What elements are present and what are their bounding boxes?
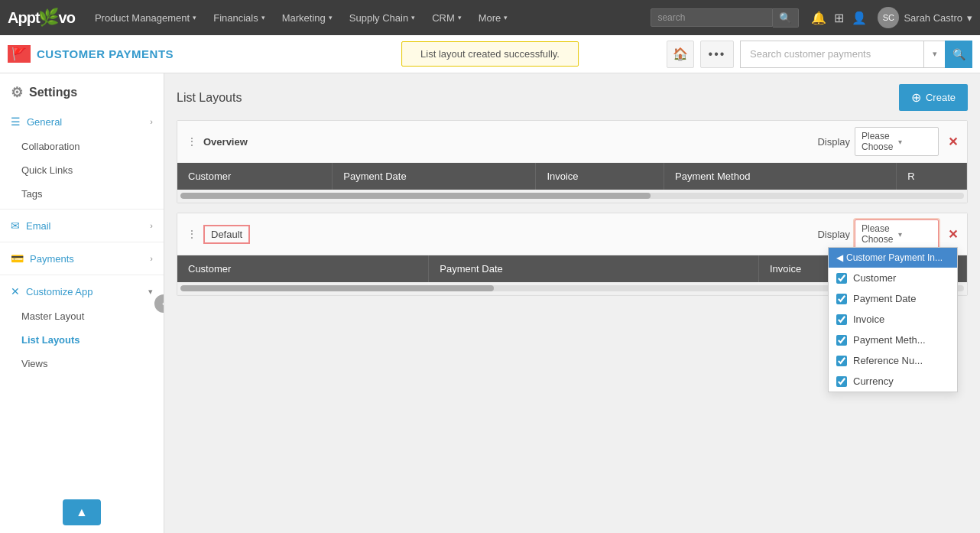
label-invoice: Invoice	[853, 314, 884, 325]
sidebar-item-email[interactable]: ✉ Email ›	[0, 213, 164, 239]
default-col-customer: Customer	[177, 255, 429, 282]
sidebar-item-quicklinks[interactable]: Quick Links	[0, 158, 164, 182]
caret-icon: ▾	[411, 14, 415, 21]
default-display-value: Please Choose	[862, 223, 895, 245]
dropdown-item-invoice[interactable]: Invoice	[829, 309, 957, 330]
overview-col-payment-date: Payment Date	[333, 163, 536, 190]
sidebar-item-customize-app[interactable]: ✕ Customize App ▾	[0, 278, 164, 304]
sidebar-item-views[interactable]: Views	[0, 352, 164, 375]
create-button[interactable]: ⊕ Create	[899, 84, 968, 111]
default-display-dropdown[interactable]: Please Choose ▾	[855, 219, 939, 249]
nav-product-management[interactable]: Product Management ▾	[87, 8, 204, 28]
checkbox-reference[interactable]	[836, 356, 847, 366]
dropdown-item-payment-method[interactable]: Payment Meth...	[829, 330, 957, 350]
main-layout: ⚙ Settings ☰ General › Collaboration Qui…	[0, 73, 980, 533]
plus-icon: ⊕	[911, 90, 921, 105]
sidebar-item-list-layouts[interactable]: List Layouts	[0, 328, 164, 352]
logo-text: Appt	[8, 9, 40, 27]
top-search-button[interactable]: 🔍	[773, 8, 799, 28]
more-options-button[interactable]: •••	[700, 41, 734, 68]
sidebar-item-master-layout[interactable]: Master Layout	[0, 304, 164, 328]
scroll-up-button[interactable]: ▲	[63, 499, 101, 525]
label-payment-method: Payment Meth...	[853, 334, 926, 346]
default-close-button[interactable]: ✕	[948, 227, 958, 242]
second-bar-right: 🏠 ••• ▾ 🔍	[667, 41, 972, 68]
app-logo[interactable]: Appt🌿vo	[8, 8, 75, 28]
top-search-input[interactable]	[651, 8, 773, 27]
email-icon: ✉	[11, 219, 20, 232]
arrow-right-icon: ›	[150, 221, 153, 230]
payments-icon: 💳	[11, 252, 24, 265]
nav-financials[interactable]: Financials ▾	[206, 8, 273, 28]
caret-icon: ▾	[329, 14, 333, 21]
nav-menu: Product Management ▾ Financials ▾ Market…	[87, 8, 647, 28]
customize-icon: ✕	[11, 285, 20, 297]
sidebar-divider3	[0, 275, 164, 275]
gear-icon: ⚙	[11, 84, 23, 101]
nav-marketing[interactable]: Marketing ▾	[274, 8, 340, 28]
overview-close-button[interactable]: ✕	[948, 135, 958, 149]
nav-supply-chain[interactable]: Supply Chain ▾	[342, 8, 423, 28]
overview-display-section: Display Please Choose ▾ ✕	[817, 127, 958, 156]
back-arrow-icon[interactable]: ◀	[836, 252, 843, 263]
content-header: List Layouts ⊕ Create	[177, 84, 968, 111]
dropdown-panel-header: ◀ Customer Payment In...	[829, 248, 957, 268]
sidebar-item-collaboration[interactable]: Collaboration	[0, 135, 164, 158]
overview-scrollbar-cell	[177, 190, 967, 203]
users-icon[interactable]: 👤	[852, 11, 867, 25]
checkbox-currency[interactable]	[836, 376, 847, 387]
settings-label: Settings	[29, 86, 77, 99]
top-navigation: Appt🌿vo Product Management ▾ Financials …	[0, 0, 980, 35]
sidebar-divider	[0, 209, 164, 210]
nav-more[interactable]: More ▾	[471, 8, 516, 28]
overview-scroll-thumb	[180, 193, 651, 199]
user-avatar: SC	[878, 7, 899, 28]
overview-layout-card: ⋮ Overview Display Please Choose ▾ ✕ Cus…	[177, 120, 968, 203]
bell-icon[interactable]: 🔔	[811, 11, 826, 25]
content-title: List Layouts	[177, 91, 242, 105]
dropdown-item-reference-num[interactable]: Reference Nu...	[829, 350, 957, 371]
dropdown-item-payment-date[interactable]: Payment Date	[829, 288, 957, 309]
checkbox-customer[interactable]	[836, 273, 847, 284]
sidebar-item-general[interactable]: ☰ General ›	[0, 109, 164, 135]
nav-icons: 🔔 ⊞ 👤	[811, 11, 867, 25]
main-content: List Layouts ⊕ Create ⋮ Overview Display…	[164, 73, 980, 533]
search-bar: ▾ 🔍	[740, 41, 972, 68]
sidebar-item-tags[interactable]: Tags	[0, 182, 164, 206]
arrow-right-icon: ›	[150, 254, 153, 263]
dropdown-item-currency[interactable]: Currency	[829, 371, 957, 392]
user-menu[interactable]: SC Sarah Castro ▾	[878, 7, 972, 28]
sidebar-item-payments[interactable]: 💳 Payments ›	[0, 245, 164, 271]
overview-col-customer: Customer	[177, 163, 333, 190]
overview-display-dropdown[interactable]: Please Choose ▾	[855, 127, 939, 156]
drag-handle-icon[interactable]: ⋮	[187, 228, 197, 240]
drag-handle-icon[interactable]: ⋮	[187, 135, 197, 148]
dropdown-item-customer[interactable]: Customer	[829, 268, 957, 288]
page-search-input[interactable]	[740, 41, 923, 68]
default-display-section: Display Please Choose ▾ ✕ ◀ Customer Pay…	[817, 219, 958, 249]
sidebar-customize-label: Customize App	[26, 286, 142, 297]
home-button[interactable]: 🏠	[667, 41, 694, 68]
arrow-down-icon: ▾	[148, 287, 153, 297]
search-go-button[interactable]: 🔍	[945, 41, 972, 68]
label-payment-date: Payment Date	[853, 293, 916, 304]
sidebar-email-label: Email	[26, 220, 144, 232]
checkbox-payment-date[interactable]	[836, 294, 847, 304]
display-dropdown-panel: ◀ Customer Payment In... Customer Paymen…	[828, 247, 958, 392]
default-layout-card: ⋮ Default Display Please Choose ▾ ✕ ◀	[177, 213, 968, 296]
overview-layout-name: Overview	[203, 136, 817, 148]
caret-icon: ▾	[898, 230, 932, 239]
sidebar-payments-label: Payments	[30, 253, 144, 265]
caret-icon: ▾	[898, 138, 932, 146]
checkbox-invoice[interactable]	[836, 314, 847, 325]
settings-header: ⚙ Settings	[0, 73, 164, 109]
label-customer: Customer	[853, 272, 896, 284]
default-display-label: Display	[817, 229, 850, 240]
checkbox-payment-method[interactable]	[836, 335, 847, 346]
default-col-payment-date: Payment Date	[429, 255, 759, 282]
grid-icon[interactable]: ⊞	[834, 11, 844, 25]
user-name: Sarah Castro	[904, 12, 962, 24]
search-dropdown-button[interactable]: ▾	[923, 41, 945, 68]
nav-crm[interactable]: CRM ▾	[424, 8, 469, 28]
sidebar-general-label: General	[27, 116, 144, 128]
